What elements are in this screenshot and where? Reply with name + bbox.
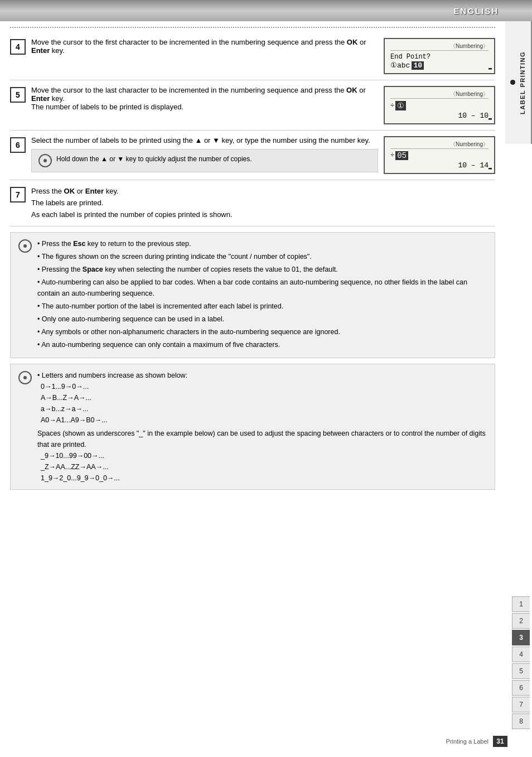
note-item: Only one auto-numbering sequence can be … (37, 314, 487, 325)
screen-5-cursor: ① (395, 101, 406, 110)
footer-text: Printing a Label (446, 738, 489, 745)
screen-5-line1: ÷ ① (390, 101, 489, 110)
note-1-list: Press the Esc key to return to the previ… (37, 238, 487, 350)
hint-text: Hold down the ▲ or ▼ key to quickly adju… (56, 154, 252, 164)
screen-4-line1: End Point? (390, 53, 489, 61)
screen-4-cursor: 10 (412, 61, 424, 70)
step-7-text: Press the OK or Enter key. The labels ar… (31, 186, 495, 220)
hint-icon (38, 154, 52, 167)
note-2-seq-1: 0→1...9→0→... (41, 381, 487, 392)
note-2-seq-2: A→B...Z→A→... (41, 392, 487, 403)
note-item: An auto-numbering sequence can only cont… (37, 339, 487, 350)
note-2-intro: • Letters and numbers increase as shown … (37, 370, 487, 381)
step-4: 4 Move the cursor to the first character… (10, 32, 495, 80)
top-header: ENGLISH (0, 0, 532, 21)
step-5: 5 Move the cursor to the last character … (10, 80, 495, 131)
step-6-number: 6 (10, 137, 26, 153)
note-item: The auto-number portion of the label is … (37, 301, 487, 312)
step-4-number: 4 (10, 39, 26, 55)
step-5-screen: 〈Numbering〉 ÷ ① 10 – 10 ▬ (384, 86, 495, 124)
screen-5-line2: 10 – 10 (390, 112, 489, 120)
step-6-content: Select the number of labels to be printe… (31, 136, 495, 174)
screen-5-title: 〈Numbering〉 (390, 90, 489, 99)
num-tab-8[interactable]: 8 (512, 713, 530, 729)
steps-area: 4 Move the cursor to the first character… (0, 28, 505, 226)
note-2-seq-3: a→b...z→a→... (41, 403, 487, 414)
step-4-screen: 〈Numbering〉 End Point? ①abc 10 ▬ (384, 38, 495, 74)
step-6-screen: 〈Numbering〉 ÷ 05 10 – 14 ▬ (384, 136, 495, 174)
step-6: 6 Select the number of labels to be prin… (10, 131, 495, 180)
label-bullet (511, 80, 516, 85)
main-content: 4 Move the cursor to the first character… (0, 27, 505, 490)
num-tab-2[interactable]: 2 (512, 613, 530, 629)
note-2-icon (18, 371, 32, 384)
screen-6-line2: 10 – 14 (390, 161, 489, 170)
step-6-text: Select the number of labels to be printe… (31, 136, 378, 174)
note-2-extra-seq-3: 1_9→2_0...9_9→0_0→... (41, 472, 487, 484)
page-footer: Printing a Label 31 (446, 736, 507, 747)
screen-6-cursor: 05 (395, 151, 408, 160)
note-2-extra-seq-1: _9→10...99→00→... (41, 450, 487, 461)
screen-6-scroll: ▬ (489, 165, 492, 171)
step-5-content: Move the cursor to the last character to… (31, 86, 495, 124)
num-tab-7[interactable]: 7 (512, 697, 530, 712)
header-title: ENGLISH (453, 6, 499, 16)
num-tab-4[interactable]: 4 (512, 647, 530, 662)
step-4-text: Move the cursor to the first character t… (31, 38, 378, 74)
screen-5-scroll: ▬ (489, 115, 492, 122)
label-printing-text: LABEL PRINTING (519, 51, 526, 114)
step-7: 7 Press the OK or Enter key. The labels … (10, 180, 495, 226)
note-item: Press the Esc key to return to the previ… (37, 238, 487, 249)
step-4-content: Move the cursor to the first character t… (31, 38, 495, 74)
note-item: The figures shown on the screen during p… (37, 251, 487, 262)
page-number: 31 (493, 736, 507, 747)
note-2-content: • Letters and numbers increase as shown … (37, 370, 487, 484)
note-1-content: Press the Esc key to return to the previ… (37, 238, 487, 352)
note-2-extra-seq-2: _Z→AA...ZZ→AA→... (41, 461, 487, 472)
num-tab-6[interactable]: 6 (512, 680, 530, 696)
note-section-1: Press the Esc key to return to the previ… (10, 232, 495, 358)
num-tab-3[interactable]: 3 (512, 630, 530, 645)
screen-4-title: 〈Numbering〉 (390, 42, 489, 51)
note-1-icon (18, 239, 32, 253)
num-tab-5[interactable]: 5 (512, 663, 530, 679)
hint-box: Hold down the ▲ or ▼ key to quickly adju… (31, 149, 378, 172)
screen-6-line1: ÷ 05 (390, 151, 489, 160)
step-7-number: 7 (10, 187, 26, 202)
note-item: Any symbols or other non-alphanumeric ch… (37, 326, 487, 337)
note-2-extra: Spaces (shown as underscores "_" in the … (37, 428, 487, 450)
num-tabs: 1 2 3 4 5 6 7 8 (512, 596, 532, 729)
step-5-number: 5 (10, 87, 26, 103)
step-7-content: Press the OK or Enter key. The labels ar… (31, 186, 495, 220)
screen-4-line2: ①abc 10 (390, 61, 489, 70)
label-printing-tab: LABEL PRINTING (505, 21, 532, 144)
note-item: Auto-numbering can also be applied to ba… (37, 277, 487, 299)
step-5-text: Move the cursor to the last character to… (31, 86, 378, 124)
note-section-2: • Letters and numbers increase as shown … (10, 364, 495, 490)
screen-4-scroll: ▬ (489, 65, 492, 71)
screen-6-title: 〈Numbering〉 (390, 141, 489, 149)
num-tab-1[interactable]: 1 (512, 596, 530, 612)
note-2-seq-4: A0→A1...A9→B0→... (41, 414, 487, 426)
note-item: Pressing the Space key when selecting th… (37, 264, 487, 275)
